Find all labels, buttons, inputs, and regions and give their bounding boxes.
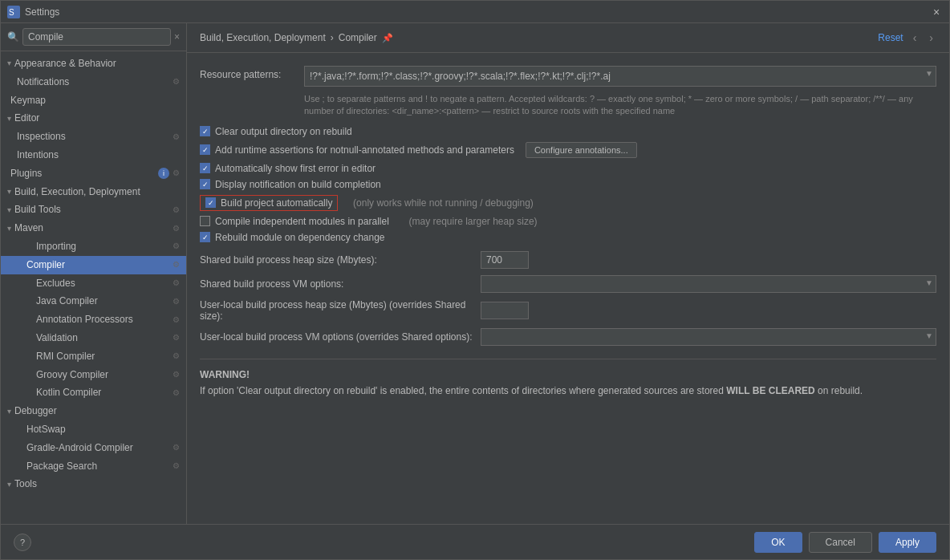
arrow-icon: ▾ (7, 479, 11, 490)
show-error-label: Automatically show first error in editor (215, 163, 376, 174)
settings-icon: ⚙ (173, 223, 180, 234)
sidebar-item-annotation-processors[interactable]: Annotation Processors ⚙ (1, 310, 186, 329)
sidebar-item-plugins[interactable]: Plugins i⚙ (1, 164, 186, 183)
title-bar: S Settings × (1, 1, 949, 23)
arrow-icon: ▾ (7, 58, 11, 69)
sidebar-item-kotlin-compiler[interactable]: Kotlin Compiler ⚙ (1, 383, 186, 402)
shared-heap-input[interactable] (481, 251, 529, 269)
main-header: Build, Execution, Deployment › Compiler … (187, 23, 949, 53)
arrow-icon: ▾ (7, 223, 11, 234)
resource-patterns-input[interactable] (304, 66, 936, 87)
rebuild-dependency-checkbox[interactable] (200, 232, 210, 242)
shared-vm-input[interactable] (481, 275, 936, 293)
sidebar-item-maven[interactable]: ▾ Maven ⚙ (1, 219, 186, 237)
expand-icon[interactable]: ▼ (925, 331, 933, 340)
clear-output-label: Clear output directory on rebuild (215, 126, 352, 137)
user-vm-label: User-local build process VM options (ove… (200, 331, 481, 343)
sidebar-item-inspections[interactable]: Inspections ⚙ (1, 128, 186, 146)
resource-hint-text: Use ; to separate patterns and ! to nega… (304, 93, 936, 118)
search-icon: 🔍 (7, 31, 19, 43)
sidebar-item-intentions[interactable]: Intentions (1, 146, 186, 164)
user-vm-input-wrap: ▼ (481, 328, 936, 346)
sidebar-item-validation[interactable]: Validation ⚙ (1, 329, 186, 347)
expand-icon[interactable]: ▼ (925, 278, 933, 287)
settings-icon: ⚙ (173, 296, 180, 307)
shared-vm-input-wrap: ▼ (481, 275, 936, 293)
settings-icon: ⚙ (173, 259, 180, 270)
settings-icon: ⚙ (173, 461, 180, 472)
sidebar-item-groovy-compiler[interactable]: Groovy Compiler ⚙ (1, 366, 186, 384)
warning-box: WARNING! If option 'Clear output directo… (200, 359, 936, 408)
sidebar-item-tools[interactable]: ▾ Tools (1, 475, 186, 493)
arrow-icon: ▾ (7, 186, 11, 197)
expand-icon[interactable]: ▼ (925, 69, 933, 78)
nav-tree: ▾ Appearance & Behavior Notifications ⚙ … (1, 51, 186, 524)
build-auto-checkbox[interactable] (205, 197, 216, 208)
resource-input-wrap: ▼ (304, 66, 936, 87)
build-auto-label: Build project automatically (221, 197, 332, 209)
breadcrumb-part1: Build, Execution, Deployment (200, 32, 326, 43)
main-content-area: 🔍 × ▾ Appearance & Behavior Notification… (1, 23, 949, 524)
nav-back-button[interactable]: ‹ (910, 30, 920, 46)
rebuild-dependency-row: Rebuild module on dependency change (200, 232, 936, 243)
settings-icon: ⚙ (173, 278, 180, 289)
sidebar-item-excludes[interactable]: Excludes ⚙ (1, 274, 186, 293)
sidebar-item-java-compiler[interactable]: Java Compiler ⚙ (1, 292, 186, 310)
sidebar-item-rmi-compiler[interactable]: RMI Compiler ⚙ (1, 347, 186, 366)
search-input[interactable] (22, 28, 171, 46)
nav-forward-button[interactable]: › (926, 30, 936, 46)
settings-icon: ⚙ (173, 332, 180, 343)
sidebar-item-build-tools[interactable]: ▾ Build Tools ⚙ (1, 201, 186, 219)
show-error-checkbox[interactable] (200, 163, 210, 173)
user-heap-row: User-local build process heap size (Mbyt… (200, 299, 936, 322)
display-notification-row: Display notification on build completion (200, 179, 936, 190)
sidebar-item-gradle-android[interactable]: Gradle-Android Compiler ⚙ (1, 439, 186, 457)
apply-button[interactable]: Apply (879, 532, 936, 553)
clear-output-checkbox[interactable] (200, 126, 210, 136)
settings-icon: ⚙ (173, 132, 180, 143)
sidebar-item-debugger[interactable]: ▾ Debugger (1, 402, 186, 420)
settings-icon: ⚙ (173, 241, 180, 252)
sidebar-item-package-search[interactable]: Package Search ⚙ (1, 457, 186, 476)
sidebar-item-importing[interactable]: Importing ⚙ (1, 237, 186, 256)
shared-heap-label: Shared build process heap size (Mbytes): (200, 254, 481, 266)
settings-icon: ⚙ (173, 205, 180, 216)
clear-output-row: Clear output directory on rebuild (200, 126, 936, 137)
cancel-button[interactable]: Cancel (809, 532, 872, 553)
compile-parallel-label: Compile independent modules in parallel (215, 216, 389, 227)
search-clear-button[interactable]: × (174, 31, 180, 43)
search-box: 🔍 × (1, 23, 186, 51)
breadcrumb: Build, Execution, Deployment › Compiler … (200, 32, 393, 43)
sidebar: 🔍 × ▾ Appearance & Behavior Notification… (1, 23, 187, 524)
warning-text: If option 'Clear output directory on reb… (200, 383, 936, 398)
shared-vm-label: Shared build process VM options: (200, 278, 481, 290)
close-button[interactable]: × (930, 6, 943, 18)
add-assertions-label: Add runtime assertions for notnull-annot… (215, 144, 514, 156)
show-error-row: Automatically show first error in editor (200, 163, 936, 174)
sidebar-item-hotswap[interactable]: HotSwap (1, 420, 186, 439)
display-notification-checkbox[interactable] (200, 179, 210, 189)
arrow-icon: ▾ (7, 406, 11, 417)
user-heap-input[interactable] (481, 302, 529, 319)
build-auto-note: (only works while not running / debuggin… (347, 197, 533, 209)
shared-vm-row: Shared build process VM options: ▼ (200, 275, 936, 293)
configure-annotations-button[interactable]: Configure annotations... (526, 142, 637, 158)
breadcrumb-part2: Compiler (339, 32, 377, 43)
reset-button[interactable]: Reset (878, 32, 903, 43)
sidebar-item-appearance[interactable]: ▾ Appearance & Behavior (1, 55, 186, 73)
ok-button[interactable]: OK (754, 532, 802, 553)
sidebar-item-compiler[interactable]: Compiler ⚙ (1, 256, 186, 274)
build-auto-row: Build project automatically (only works … (200, 195, 936, 211)
help-button[interactable]: ? (14, 534, 31, 551)
sidebar-item-build[interactable]: ▾ Build, Execution, Deployment (1, 183, 186, 201)
add-assertions-checkbox[interactable] (200, 144, 210, 155)
compile-parallel-checkbox[interactable] (200, 216, 210, 226)
sidebar-item-notifications[interactable]: Notifications ⚙ (1, 73, 186, 91)
user-vm-input[interactable] (481, 328, 936, 346)
build-auto-highlight: Build project automatically (200, 195, 338, 211)
sidebar-item-keymap[interactable]: Keymap (1, 91, 186, 110)
sidebar-item-editor[interactable]: ▾ Editor (1, 109, 186, 128)
settings-icon: ⚙ (173, 442, 180, 453)
user-vm-row: User-local build process VM options (ove… (200, 328, 936, 346)
resource-patterns-row: Resource patterns: ▼ (200, 66, 936, 87)
